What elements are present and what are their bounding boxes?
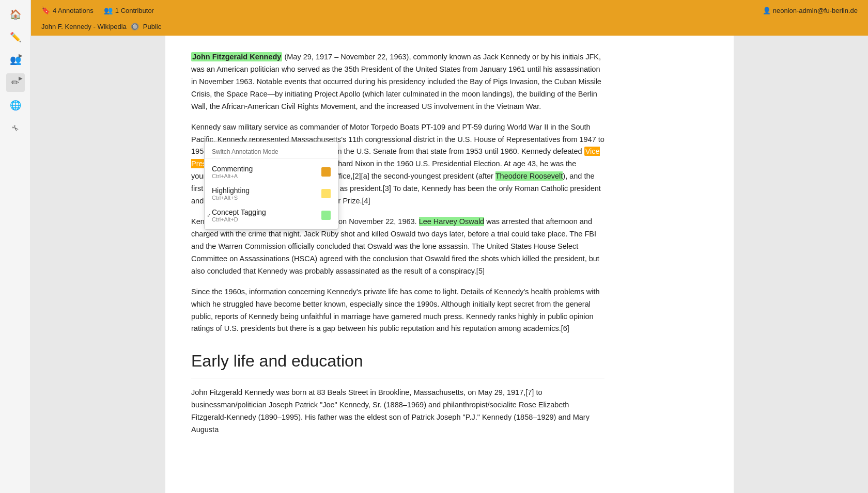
annotations-count: 🔖 4 Annotations [41, 6, 94, 14]
sidebar: 🏠 ✏️ 👥 ▶ ✏ ▶ 🌐 ✂ [0, 0, 31, 493]
doc-info-bar: John F. Kennedy - Wikipedia 🔘 Public [31, 21, 868, 36]
annotation-icon[interactable]: ✏ ▶ [6, 73, 25, 92]
concept-tagging-color [321, 211, 331, 220]
article: John Fitzgerald Kennedy (May 29, 1917 – … [191, 51, 605, 436]
highlighting-color [321, 189, 331, 198]
bookmark-icon: 🔖 [41, 6, 50, 14]
lee-harvey-oswald-highlight: Lee Harvey Oswald [419, 217, 485, 226]
expand-icon[interactable]: ✂ [2, 115, 28, 141]
user-info: 👤 neonion-admin@fu-berlin.de [763, 7, 858, 14]
group-icon[interactable]: 👥 ▶ [6, 51, 25, 69]
theodore-roosevelt-highlight: Theodore Roosevelt [495, 171, 563, 181]
user-icon: 👤 [763, 7, 771, 14]
jfk-name-highlight: John Fitzgerald Kennedy [191, 52, 282, 61]
header-left: 🔖 4 Annotations 👥 1 Contributor [41, 6, 154, 14]
mode-highlighting[interactable]: Highlighting Ctrl+Alt+S [205, 183, 338, 204]
header-bar: 🔖 4 Annotations 👥 1 Contributor 👤 neonio… [31, 0, 868, 21]
early-life-heading: Early life and education [191, 347, 605, 378]
mode-commenting[interactable]: Commenting Ctrl+Alt+A [205, 161, 338, 183]
doc-title[interactable]: John F. Kennedy - Wikipedia [41, 23, 127, 30]
mode-concept-tagging[interactable]: Concept Tagging Ctrl+Alt+D [205, 204, 338, 226]
home-icon[interactable]: 🏠 [6, 5, 25, 24]
dropdown-title: Switch Annotation Mode [205, 145, 338, 159]
edit-icon[interactable]: ✏️ [6, 28, 25, 46]
contributors-icon: 👥 [104, 6, 113, 14]
annotation-dropdown: Switch Annotation Mode Commenting Ctrl+A… [204, 141, 338, 230]
visibility-label: Public [143, 23, 161, 30]
contributors-count: 👥 1 Contributor [104, 6, 154, 14]
main-content: 🔖 4 Annotations 👥 1 Contributor 👤 neonio… [31, 0, 868, 493]
commenting-color [321, 167, 331, 177]
visibility-icon: 🔘 [131, 23, 139, 30]
globe-icon[interactable]: 🌐 [6, 96, 25, 115]
